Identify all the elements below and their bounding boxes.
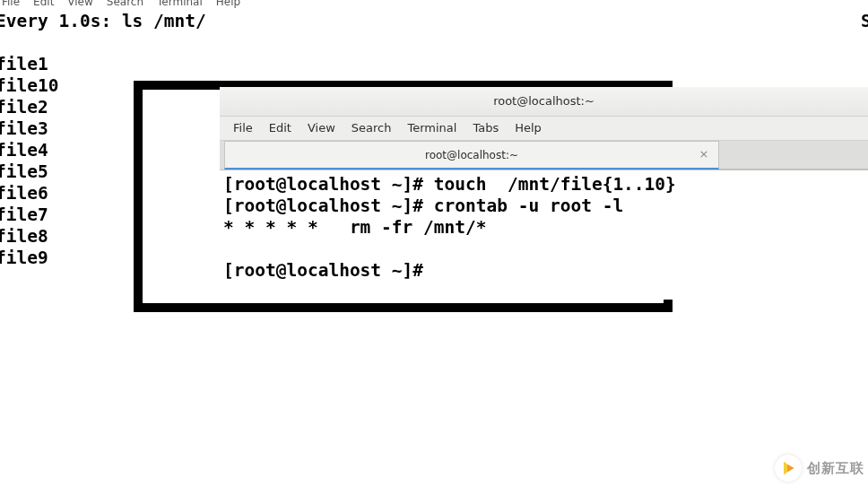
bg-menu-file[interactable]: File	[2, 0, 20, 8]
bg-menubar: File Edit View Search Terminal Help	[0, 0, 240, 8]
fg-terminal-window: root@localhost:~ File Edit View Search T…	[220, 87, 868, 300]
fg-menu-tabs[interactable]: Tabs	[464, 117, 507, 140]
fg-tab-label: root@localhost:~	[425, 149, 518, 161]
watermark: 创新互联	[775, 455, 868, 482]
fg-menu-edit[interactable]: Edit	[261, 117, 299, 140]
fg-menu-file[interactable]: File	[225, 117, 261, 140]
fg-title-text: root@localhost:~	[493, 94, 595, 108]
bg-menu-edit[interactable]: Edit	[33, 0, 54, 8]
watermark-text: 创新互联	[807, 460, 868, 477]
fg-line-0: [root@localhost ~]# touch /mnt/file{1..1…	[223, 174, 676, 195]
fg-titlebar[interactable]: root@localhost:~	[220, 87, 868, 117]
fg-line-4: [root@localhost ~]#	[223, 260, 434, 281]
fg-menu-view[interactable]: View	[299, 117, 343, 140]
fg-menubar: File Edit View Search Terminal Tabs Help	[220, 117, 868, 141]
fg-tab-active[interactable]: root@localhost:~ ×	[224, 141, 719, 170]
fg-menu-search[interactable]: Search	[343, 117, 400, 140]
bg-menu-search[interactable]: Search	[107, 0, 143, 8]
fg-line-1: [root@localhost ~]# crontab -u root -l	[223, 196, 623, 216]
watermark-logo-icon	[775, 455, 802, 482]
fg-tabbar-rest	[719, 141, 868, 170]
fg-menu-terminal[interactable]: Terminal	[399, 117, 464, 140]
bg-menu-view[interactable]: View	[67, 0, 92, 8]
bg-right-crop-text: S	[861, 11, 868, 31]
fg-tabbar: root@localhost:~ ×	[220, 141, 868, 170]
close-icon[interactable]: ×	[697, 148, 711, 162]
fg-menu-help[interactable]: Help	[507, 117, 550, 140]
fg-line-2: * * * * * rm -fr /mnt/*	[223, 217, 487, 238]
bg-menu-help[interactable]: Help	[216, 0, 240, 8]
bg-menu-terminal[interactable]: Terminal	[157, 0, 203, 8]
fg-terminal-body[interactable]: [root@localhost ~]# touch /mnt/file{1..1…	[220, 170, 868, 300]
